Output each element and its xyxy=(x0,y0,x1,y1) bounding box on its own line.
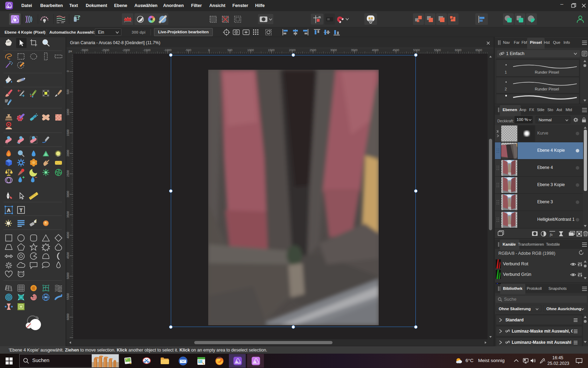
svg-text:-500: -500 xyxy=(185,48,191,52)
svg-text:2500: 2500 xyxy=(310,48,316,52)
svg-text:4000: 4000 xyxy=(66,232,70,238)
svg-text:6500: 6500 xyxy=(476,48,482,52)
svg-text:1000: 1000 xyxy=(66,109,70,115)
svg-text:-1000: -1000 xyxy=(164,48,172,52)
svg-text:5000: 5000 xyxy=(66,272,70,279)
svg-text:1000: 1000 xyxy=(247,48,254,52)
svg-text:6000: 6000 xyxy=(455,48,462,52)
svg-text:fx: fx xyxy=(550,232,553,237)
svg-text:3000: 3000 xyxy=(330,48,337,52)
svg-text:-1500: -1500 xyxy=(143,48,150,52)
svg-text:0: 0 xyxy=(66,70,70,72)
svg-text:3000: 3000 xyxy=(66,191,70,197)
svg-text:3500: 3500 xyxy=(351,48,358,52)
svg-text:β: β xyxy=(10,6,12,9)
svg-text:A: A xyxy=(7,207,11,213)
svg-text:-2000: -2000 xyxy=(122,48,130,52)
svg-text:-2500: -2500 xyxy=(102,48,109,52)
svg-text:2000: 2000 xyxy=(66,150,70,156)
svg-text:4500: 4500 xyxy=(393,48,399,52)
svg-text:5500: 5500 xyxy=(434,48,441,52)
svg-text:500: 500 xyxy=(227,48,232,52)
svg-text:0: 0 xyxy=(208,48,210,52)
svg-text:6000: 6000 xyxy=(66,313,70,320)
svg-text:-3000: -3000 xyxy=(80,48,88,52)
svg-text:4500: 4500 xyxy=(66,252,70,259)
svg-text:4000: 4000 xyxy=(372,48,379,52)
svg-text:5000: 5000 xyxy=(413,48,420,52)
svg-text:1500: 1500 xyxy=(66,129,70,136)
svg-text:1500: 1500 xyxy=(268,48,275,52)
svg-text:5500: 5500 xyxy=(66,293,70,300)
svg-text:T: T xyxy=(19,207,22,213)
svg-text:β: β xyxy=(238,361,240,364)
svg-text:500: 500 xyxy=(66,89,70,94)
svg-text:2000: 2000 xyxy=(289,48,296,52)
svg-text:2500: 2500 xyxy=(66,170,70,177)
svg-text:3500: 3500 xyxy=(66,211,70,218)
